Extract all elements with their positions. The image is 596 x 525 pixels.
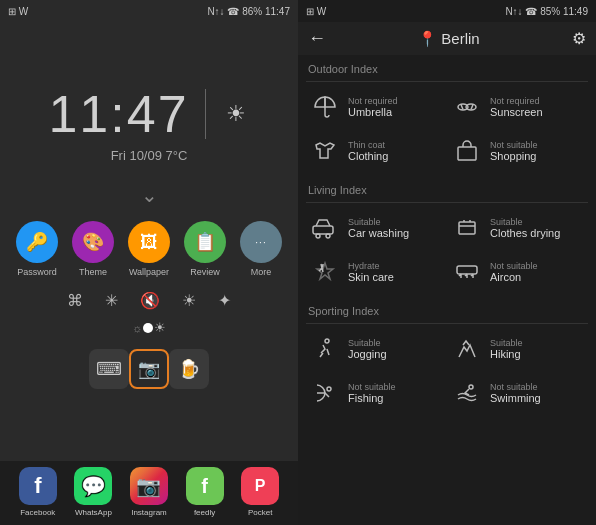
clothes-drying-status: Suitable: [490, 217, 560, 227]
umbrella-text: Not required Umbrella: [348, 96, 398, 118]
volume-icon[interactable]: 🔇: [140, 291, 160, 310]
sporting-item-fishing: Not suitable Fishing: [306, 372, 446, 414]
shopping-icon: [452, 136, 482, 166]
quick-action-wallpaper[interactable]: 🖼 Wallpaper: [128, 221, 170, 277]
right-status-bar: ⊞ W N↑↓ ☎ 85% 11:49: [298, 0, 596, 22]
swimming-status: Not suitable: [490, 382, 541, 392]
city-name: Berlin: [441, 30, 479, 47]
outdoor-index-title: Outdoor Index: [306, 55, 588, 82]
more-icon-circle: ···: [240, 221, 282, 263]
living-item-aircon: Not suitable Aircon: [448, 251, 588, 293]
wifi-icon[interactable]: ⌘: [67, 291, 83, 310]
fishing-icon: [310, 378, 340, 408]
weather-sun-icon: ☀: [222, 100, 250, 128]
date-temp-display: Fri 10/09 7°C: [111, 148, 188, 163]
clothing-name: Clothing: [348, 150, 388, 162]
fishing-text: Not suitable Fishing: [348, 382, 396, 404]
quick-action-password[interactable]: 🔑 Password: [16, 221, 58, 277]
hiking-icon: [452, 334, 482, 364]
aircon-icon: [452, 257, 482, 287]
app-instagram[interactable]: 📷 Instagram: [130, 467, 168, 517]
settings-button[interactable]: ⚙: [572, 29, 586, 48]
facebook-label: Facebook: [20, 508, 55, 517]
skincare-icon: [310, 257, 340, 287]
jogging-icon: [310, 334, 340, 364]
bluetooth-icon[interactable]: ✳: [105, 291, 118, 310]
clock-area: 11:47 ☀: [48, 84, 249, 144]
instagram-label: Instagram: [131, 508, 167, 517]
umbrella-name: Umbrella: [348, 106, 398, 118]
sunscreen-icon: [452, 92, 482, 122]
left-status-left-icons: ⊞ W: [8, 6, 28, 17]
brightness-high-icon: ☀: [154, 320, 166, 335]
svg-point-9: [327, 387, 331, 391]
brightness-icon[interactable]: ☀: [182, 291, 196, 310]
clothing-status: Thin coat: [348, 140, 388, 150]
sporting-index-title: Sporting Index: [306, 297, 588, 324]
toggle-row: ⌘ ✳ 🔇 ☀ ✦: [57, 291, 241, 310]
camera-button[interactable]: 📷: [129, 349, 169, 389]
aircon-status: Not suitable: [490, 261, 538, 271]
carwash-text: Suitable Car washing: [348, 217, 409, 239]
quick-action-review[interactable]: 📋 Review: [184, 221, 226, 277]
svg-point-5: [326, 234, 330, 238]
brightness-row: ☼ ☀: [118, 320, 180, 335]
outdoor-item-umbrella: Not required Umbrella: [306, 86, 446, 128]
clock-display: 11:47: [48, 84, 188, 144]
clothing-text: Thin coat Clothing: [348, 140, 388, 162]
city-display: 📍 Berlin: [418, 30, 479, 48]
wallpaper-label: Wallpaper: [129, 267, 169, 277]
clock-weather: ☀: [222, 100, 250, 128]
umbrella-status: Not required: [348, 96, 398, 106]
app-whatsapp[interactable]: 💬 WhatsApp: [74, 467, 112, 517]
app-feedly[interactable]: f feedly: [186, 467, 224, 517]
back-button[interactable]: ←: [308, 28, 326, 49]
left-status-right-icons: N↑↓ ☎ 86% 11:47: [207, 6, 290, 17]
chevron-down-icon: ⌄: [141, 183, 158, 207]
app-pocket[interactable]: P Pocket: [241, 467, 279, 517]
whatsapp-icon: 💬: [74, 467, 112, 505]
svg-point-10: [469, 385, 473, 389]
right-panel: ⊞ W N↑↓ ☎ 85% 11:49 ← 📍 Berlin ⚙ Outdoor…: [298, 0, 596, 525]
left-status-bar: ⊞ W N↑↓ ☎ 86% 11:47: [0, 0, 298, 22]
lock-screen-content: 11:47 ☀ Fri 10/09 7°C ⌄ 🔑 Password 🎨 The…: [0, 22, 298, 461]
password-icon-circle: 🔑: [16, 221, 58, 263]
wallpaper-icon-circle: 🖼: [128, 221, 170, 263]
keyboard-button[interactable]: ⌨: [89, 349, 129, 389]
theme-icon-circle: 🎨: [72, 221, 114, 263]
outdoor-index-grid: Not required Umbrella Not required Sunsc…: [306, 86, 588, 172]
facebook-icon: f: [19, 467, 57, 505]
aircon-text: Not suitable Aircon: [490, 261, 538, 283]
swimming-text: Not suitable Swimming: [490, 382, 541, 404]
living-item-skincare: Hydrate Skin care: [306, 251, 446, 293]
fishing-status: Not suitable: [348, 382, 396, 392]
quick-action-more[interactable]: ··· More: [240, 221, 282, 277]
umbrella-icon: [310, 92, 340, 122]
sporting-item-jogging: Suitable Jogging: [306, 328, 446, 370]
sporting-item-swimming: Not suitable Swimming: [448, 372, 588, 414]
app-facebook[interactable]: f Facebook: [19, 467, 57, 517]
carwash-status: Suitable: [348, 217, 409, 227]
location-pin-icon: 📍: [418, 30, 437, 48]
hiking-status: Suitable: [490, 338, 523, 348]
bt-icon[interactable]: ✦: [218, 291, 231, 310]
carwash-icon: [310, 213, 340, 243]
swimming-name: Swimming: [490, 392, 541, 404]
jogging-name: Jogging: [348, 348, 387, 360]
shopping-status: Not suitable: [490, 140, 538, 150]
theme-label: Theme: [79, 267, 107, 277]
sunscreen-name: Sunscreen: [490, 106, 543, 118]
filter-button[interactable]: 🍺: [169, 349, 209, 389]
fishing-name: Fishing: [348, 392, 396, 404]
clothes-drying-text: Suitable Clothes drying: [490, 217, 560, 239]
review-label: Review: [190, 267, 220, 277]
right-header: ← 📍 Berlin ⚙: [298, 22, 596, 55]
svg-rect-6: [459, 222, 475, 234]
skincare-status: Hydrate: [348, 261, 394, 271]
feedly-label: feedly: [194, 508, 215, 517]
skincare-text: Hydrate Skin care: [348, 261, 394, 283]
pocket-label: Pocket: [248, 508, 272, 517]
quick-action-theme[interactable]: 🎨 Theme: [72, 221, 114, 277]
app-dock: f Facebook 💬 WhatsApp 📷 Instagram f feed…: [0, 461, 298, 525]
jogging-status: Suitable: [348, 338, 387, 348]
